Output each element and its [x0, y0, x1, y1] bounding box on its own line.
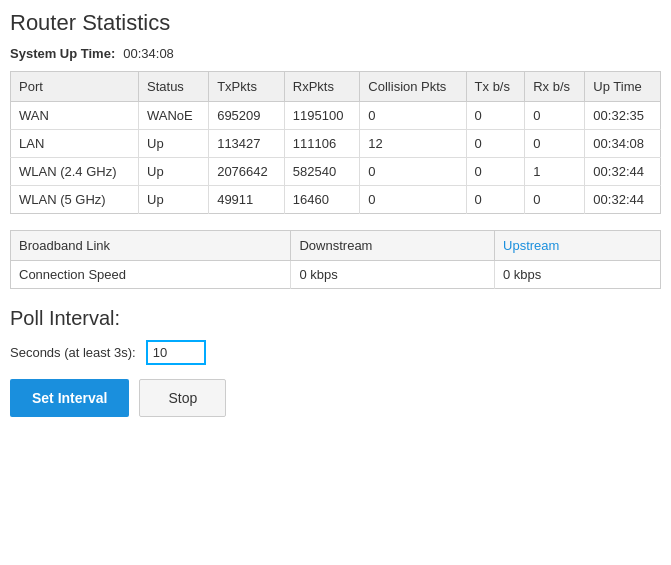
router-stats-table: PortStatusTxPktsRxPktsCollision PktsTx b… — [10, 71, 661, 214]
table-cell: 1 — [525, 158, 585, 186]
table-row: WANWANoE695209119510000000:32:35 — [11, 102, 661, 130]
table-cell: 12 — [360, 130, 466, 158]
table-cell: 0 — [525, 186, 585, 214]
broadband-col-header: Broadband Link — [11, 231, 291, 261]
router-col-header: Status — [139, 72, 209, 102]
poll-interval-title: Poll Interval: — [10, 307, 661, 330]
table-cell: 0 — [466, 158, 525, 186]
table-cell: 0 — [525, 102, 585, 130]
table-cell: 00:32:44 — [585, 158, 661, 186]
table-cell: 111106 — [284, 130, 360, 158]
broadband-col-header: Downstream — [291, 231, 495, 261]
table-cell: 0 kbps — [495, 261, 661, 289]
table-cell: WANoE — [139, 102, 209, 130]
table-cell: 16460 — [284, 186, 360, 214]
table-cell: 0 kbps — [291, 261, 495, 289]
router-col-header: Rx b/s — [525, 72, 585, 102]
table-cell: 582540 — [284, 158, 360, 186]
table-cell: 695209 — [209, 102, 285, 130]
table-cell: 49911 — [209, 186, 285, 214]
table-cell: Up — [139, 130, 209, 158]
table-cell: 1195100 — [284, 102, 360, 130]
table-cell: 0 — [360, 102, 466, 130]
table-cell: 0 — [525, 130, 585, 158]
seconds-label: Seconds (at least 3s): — [10, 345, 136, 360]
table-cell: 0 — [360, 186, 466, 214]
table-cell: 0 — [466, 102, 525, 130]
table-cell: 0 — [466, 130, 525, 158]
table-cell: WLAN (2.4 GHz) — [11, 158, 139, 186]
router-col-header: Tx b/s — [466, 72, 525, 102]
table-cell: 113427 — [209, 130, 285, 158]
table-cell: Up — [139, 186, 209, 214]
stop-button[interactable]: Stop — [139, 379, 226, 417]
broadband-col-header: Upstream — [495, 231, 661, 261]
page-title: Router Statistics — [10, 10, 661, 36]
table-cell: LAN — [11, 130, 139, 158]
broadband-table: Broadband LinkDownstreamUpstream Connect… — [10, 230, 661, 289]
system-uptime-label: System Up Time: — [10, 46, 115, 61]
table-cell: 0 — [466, 186, 525, 214]
set-interval-button[interactable]: Set Interval — [10, 379, 129, 417]
table-cell: WAN — [11, 102, 139, 130]
table-cell: WLAN (5 GHz) — [11, 186, 139, 214]
router-col-header: Collision Pkts — [360, 72, 466, 102]
router-col-header: RxPkts — [284, 72, 360, 102]
table-cell: 00:32:44 — [585, 186, 661, 214]
table-row: WLAN (2.4 GHz)Up207664258254000100:32:44 — [11, 158, 661, 186]
table-cell: 0 — [360, 158, 466, 186]
system-uptime-value: 00:34:08 — [123, 46, 174, 61]
table-cell: 00:34:08 — [585, 130, 661, 158]
table-row: WLAN (5 GHz)Up499111646000000:32:44 — [11, 186, 661, 214]
router-col-header: Port — [11, 72, 139, 102]
table-row: LANUp113427111106120000:34:08 — [11, 130, 661, 158]
seconds-input[interactable] — [146, 340, 206, 365]
table-cell: 2076642 — [209, 158, 285, 186]
table-row: Connection Speed0 kbps0 kbps — [11, 261, 661, 289]
table-cell: Connection Speed — [11, 261, 291, 289]
table-cell: Up — [139, 158, 209, 186]
table-cell: 00:32:35 — [585, 102, 661, 130]
router-col-header: Up Time — [585, 72, 661, 102]
router-col-header: TxPkts — [209, 72, 285, 102]
